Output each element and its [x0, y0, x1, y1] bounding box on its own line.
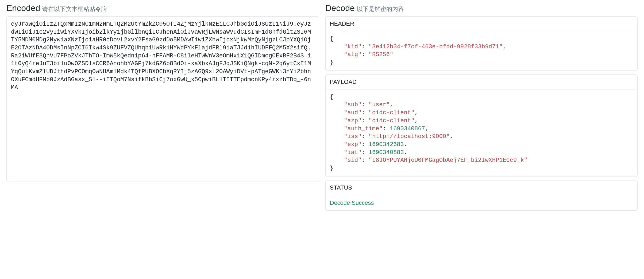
encoded-subtitle: 请在以下文本框粘贴令牌 [42, 5, 107, 13]
decode-subtitle: 以下是解密的内容 [357, 5, 404, 13]
encoded-title: Encoded [6, 3, 40, 13]
payload-panel-title: PAYLOAD [326, 75, 638, 89]
decode-title: Decode [325, 3, 355, 13]
header-json-body: { "kid": "3e412b34-f7cf-463e-bfdd-9928f3… [326, 31, 638, 70]
header-panel: HEADER { "kid": "3e412b34-f7cf-463e-bfdd… [325, 16, 638, 71]
status-panel: STATUS Decode Success [325, 180, 638, 211]
decode-column: Decode 以下是解密的内容 HEADER { "kid": "3e412b3… [325, 3, 638, 211]
header-panel-title: HEADER [326, 17, 638, 31]
status-panel-title: STATUS [326, 180, 638, 195]
status-text: Decode Success [330, 199, 374, 206]
encoded-column: Encoded 请在以下文本框粘贴令牌 [6, 3, 319, 211]
status-body: Decode Success [326, 195, 638, 211]
encoded-heading: Encoded 请在以下文本框粘贴令牌 [6, 3, 319, 13]
decode-heading: Decode 以下是解密的内容 [325, 3, 638, 13]
payload-json-body: { "sub": "user", "aud": "oidc-client", "… [326, 89, 638, 176]
encoded-textarea[interactable] [6, 16, 319, 182]
payload-panel: PAYLOAD { "sub": "user", "aud": "oidc-cl… [325, 74, 638, 176]
